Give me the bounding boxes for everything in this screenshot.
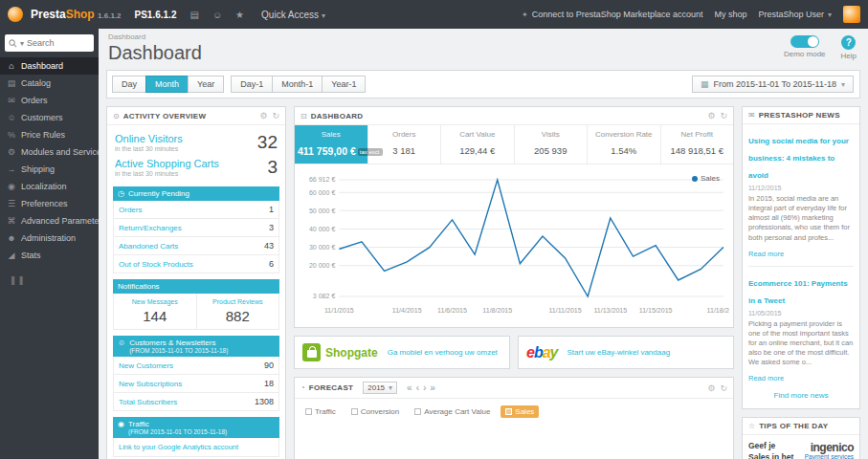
- shopgate-link[interactable]: Ga mobiel en verhoog uw omzet: [388, 348, 498, 358]
- total-subscribers-row[interactable]: Total Subscribers1308: [113, 393, 279, 411]
- news-article-date: 11/05/2015: [748, 310, 854, 317]
- kpi-value: 205 939: [518, 145, 585, 156]
- kpi-net-profit[interactable]: Net Profit 148 918,51 €: [661, 125, 734, 164]
- sidebar-item-preferences[interactable]: ☰Preferences: [0, 195, 99, 212]
- gear-icon[interactable]: ⚙: [259, 111, 267, 120]
- read-more-link[interactable]: Read more: [748, 250, 784, 258]
- sidebar-item-price-rules[interactable]: %Price Rules: [0, 126, 99, 143]
- row-label[interactable]: Out of Stock Products: [119, 260, 193, 269]
- sidebar-item-orders[interactable]: ✉Orders: [0, 92, 99, 109]
- refresh-icon[interactable]: ↻: [272, 111, 279, 120]
- svg-text:11/18/2015: 11/18/2015: [707, 307, 729, 314]
- sidebar-item-localization[interactable]: ◉Localization: [0, 178, 99, 195]
- online-visitors-link[interactable]: Online Visitors: [115, 133, 183, 144]
- sidebar-item-dashboard[interactable]: ⌂Dashboard: [0, 57, 99, 75]
- help-icon[interactable]: ?: [841, 35, 856, 50]
- news-article: Ecommerce 101: Payments in a Tweet 11/05…: [748, 273, 854, 391]
- legend-traffic[interactable]: Traffic: [300, 405, 341, 418]
- page-title: Dashboard: [108, 42, 202, 64]
- ebay-module[interactable]: ebay Start uw eBay-winkel vandaag: [518, 336, 734, 369]
- year-1-button[interactable]: Year-1: [322, 76, 366, 93]
- search-scope-caret-icon[interactable]: ▾: [20, 39, 24, 48]
- kpi-sales[interactable]: Sales 411 759,00 €tax excl.: [295, 125, 368, 164]
- avatar[interactable]: [843, 6, 860, 23]
- date-range-button[interactable]: ▦ From 2015-11-01 To 2015-11-18 ▾: [692, 76, 854, 93]
- legend-average-cart-value[interactable]: Average Cart Value: [410, 405, 495, 418]
- row-label[interactable]: New Customers: [119, 361, 173, 370]
- year-button[interactable]: Year: [188, 76, 224, 93]
- user-menu[interactable]: PrestaShop User ▾: [758, 10, 832, 19]
- refresh-icon[interactable]: ↻: [720, 111, 727, 120]
- month-button[interactable]: Month: [145, 76, 189, 93]
- day-1-button[interactable]: Day-1: [231, 76, 273, 93]
- sidebar-item-catalog[interactable]: ▤Catalog: [0, 75, 99, 92]
- page-head-right: Demo mode ? Help: [784, 33, 858, 64]
- forecast-panel: ◔ FORECAST 2015▾ « ‹ › » ⚙↻ Traffic: [294, 377, 734, 459]
- sidebar-item-shipping[interactable]: →Shipping: [0, 161, 99, 178]
- row-value: 90: [264, 361, 274, 370]
- pending-returns-row[interactable]: Return/Exchanges3: [113, 219, 279, 237]
- active-carts-link[interactable]: Active Shopping Carts: [115, 158, 219, 169]
- traffic-sub: (FROM 2015-11-01 TO 2015-11-18): [128, 428, 227, 435]
- news-article-title[interactable]: Ecommerce 101: Payments in a Tweet: [748, 279, 848, 305]
- row-label[interactable]: Return/Exchanges: [119, 224, 182, 232]
- demo-mode-toggle[interactable]: [790, 35, 819, 48]
- row-label[interactable]: New Subscriptions: [119, 380, 182, 388]
- new-subscriptions-row[interactable]: New Subscriptions18: [113, 375, 279, 393]
- gear-icon[interactable]: ⚙: [707, 111, 715, 120]
- sidebar-search[interactable]: ▾: [5, 34, 94, 52]
- legend-sales[interactable]: Sales: [501, 405, 539, 418]
- sidebar: ▾ ⌂Dashboard ▤Catalog ✉Orders ☺Customers…: [0, 29, 99, 459]
- kpi-value: 3 181: [371, 145, 438, 156]
- find-more-news-link[interactable]: Find more news: [748, 390, 854, 403]
- row-label[interactable]: Abandoned Carts: [119, 242, 178, 251]
- legend-conversion[interactable]: Conversion: [346, 405, 404, 418]
- first-page-icon[interactable]: «: [407, 382, 412, 393]
- prev-page-icon[interactable]: ‹: [416, 382, 419, 393]
- sales-chart-wrap: Sales 66 912 €60 000 €50 000 €40 000 €30…: [295, 164, 733, 327]
- sidebar-item-administration[interactable]: ☻Administration: [0, 230, 99, 247]
- sidebar-item-stats[interactable]: ◢Stats: [0, 247, 99, 264]
- sidebar-collapse-icon[interactable]: ❚❚: [0, 264, 99, 296]
- kpi-visits[interactable]: Visits 205 939: [515, 125, 589, 164]
- abandoned-carts-row[interactable]: Abandoned Carts43: [113, 237, 279, 255]
- refresh-icon[interactable]: ↻: [720, 383, 727, 393]
- google-analytics-link[interactable]: Link to your Google Analytics account: [113, 438, 279, 457]
- row-label[interactable]: Total Subscribers: [119, 398, 177, 406]
- sidebar-item-customers[interactable]: ☺Customers: [0, 109, 99, 126]
- breadcrumb[interactable]: Dashboard: [108, 33, 202, 41]
- ebay-link[interactable]: Start uw eBay-winkel vandaag: [568, 348, 671, 358]
- kpi-orders[interactable]: Orders 3 181: [368, 125, 442, 164]
- trophy-icon[interactable]: ★: [235, 10, 244, 20]
- kpi-cart-value[interactable]: Cart Value 129,44 €: [441, 125, 515, 164]
- product-reviews-cell[interactable]: Product Reviews 882: [196, 294, 279, 329]
- sidebar-item-advanced-parameters[interactable]: ⌘Advanced Parameters: [0, 212, 99, 230]
- out-of-stock-row[interactable]: Out of Stock Products6: [113, 255, 279, 273]
- gear-icon[interactable]: ⚙: [707, 383, 715, 393]
- news-article-title[interactable]: Using social media for your business: 4 …: [748, 137, 849, 180]
- marketplace-link[interactable]: ✦Connect to PrestaShop Marketplace accou…: [522, 10, 702, 19]
- forecast-year-select[interactable]: 2015▾: [363, 382, 397, 394]
- chart-legend[interactable]: Sales: [692, 174, 720, 183]
- row-label[interactable]: Orders: [119, 206, 142, 214]
- dashboard-panel-header: ⊡ DASHBOARD ⚙↻: [295, 107, 733, 125]
- my-shop-link[interactable]: My shop: [714, 10, 746, 19]
- quick-access-menu[interactable]: Quick Access ▾: [261, 10, 325, 20]
- last-page-icon[interactable]: »: [430, 382, 435, 393]
- next-page-icon[interactable]: ›: [423, 382, 426, 393]
- column-right: ✉ PRESTASHOP NEWS Using social media for…: [742, 106, 860, 459]
- shop-name[interactable]: PS1.6.1.2: [135, 10, 177, 20]
- search-input[interactable]: [27, 38, 77, 48]
- pending-orders-row[interactable]: Orders1: [113, 201, 279, 219]
- new-customers-row[interactable]: New Customers90: [113, 357, 279, 375]
- cart-icon[interactable]: ▤: [189, 10, 198, 20]
- preferences-icon: ☰: [7, 199, 16, 208]
- person-icon[interactable]: ☺: [212, 10, 222, 20]
- day-button[interactable]: Day: [112, 76, 146, 93]
- month-1-button[interactable]: Month-1: [272, 76, 323, 93]
- sidebar-item-modules[interactable]: ⚙Modules and Services: [0, 143, 99, 161]
- kpi-conversion-rate[interactable]: Conversion Rate 1.54%: [588, 125, 661, 164]
- new-messages-cell[interactable]: New Messages 144: [114, 294, 196, 329]
- read-more-link[interactable]: Read more: [748, 374, 784, 382]
- shopgate-module[interactable]: Shopgate Ga mobiel en verhoog uw omzet: [294, 336, 510, 369]
